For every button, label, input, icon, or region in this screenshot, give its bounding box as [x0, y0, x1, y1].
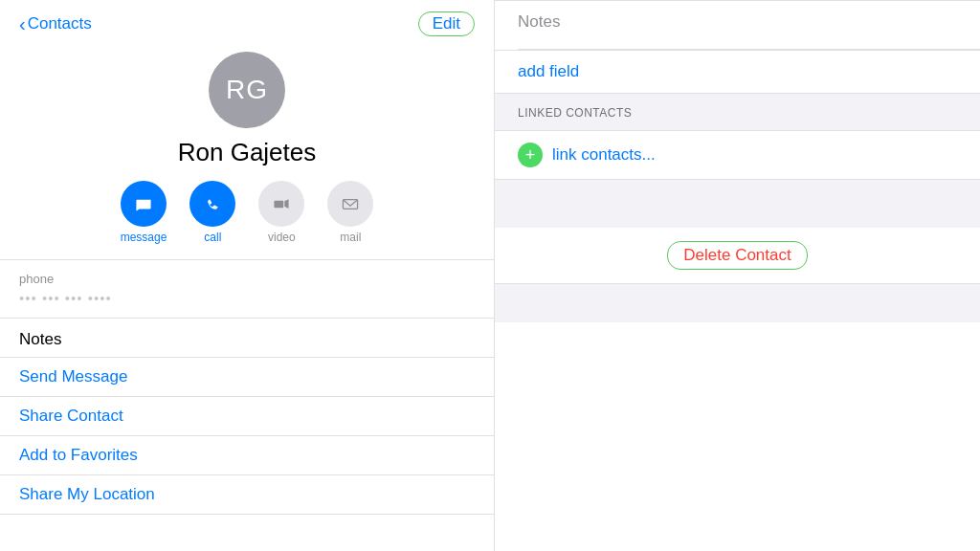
notes-right-label: Notes — [518, 12, 957, 32]
svg-point-5 — [338, 191, 363, 216]
share-contact-section: Share Contact — [0, 397, 494, 435]
add-field-section: add field — [495, 50, 980, 94]
send-message-button[interactable]: Send Message — [19, 367, 127, 386]
back-label: Contacts — [28, 14, 92, 33]
svg-rect-3 — [275, 201, 284, 209]
video-icon — [269, 191, 294, 216]
add-favorites-section: Add to Favorites — [0, 436, 494, 474]
linked-contacts-header: LINKED CONTACTS — [495, 94, 980, 131]
right-panel: Notes add field LINKED CONTACTS + link c… — [495, 0, 980, 551]
mail-circle — [327, 181, 373, 227]
action-buttons: message call — [121, 181, 374, 244]
avatar-section: RG Ron Gajetes message — [0, 44, 494, 259]
video-circle — [258, 181, 304, 227]
share-location-button[interactable]: Share My Location — [19, 485, 155, 504]
share-contact-button[interactable]: Share Contact — [19, 407, 123, 426]
mail-icon — [338, 191, 363, 216]
message-icon — [131, 191, 156, 216]
call-icon — [200, 191, 225, 216]
delete-contact-row: Delete Contact — [495, 228, 980, 284]
edit-button[interactable]: Edit — [418, 11, 475, 36]
phone-value: ••• ••• ••• •••• — [19, 290, 475, 306]
divider-4 — [0, 514, 494, 515]
notes-right-section: Notes — [495, 1, 980, 49]
back-chevron-icon: ‹ — [19, 13, 26, 35]
call-circle — [189, 181, 235, 227]
contact-name: Ron Gajetes — [178, 138, 317, 167]
phone-label: phone — [19, 272, 475, 286]
notes-label: Notes — [0, 319, 494, 357]
phone-section: phone ••• ••• ••• •••• — [0, 260, 494, 318]
delete-contact-button[interactable]: Delete Contact — [667, 241, 807, 270]
message-label: message — [121, 231, 167, 244]
call-label: call — [204, 231, 221, 244]
video-action[interactable]: video — [258, 181, 304, 244]
gray-bottom — [495, 284, 980, 322]
avatar-initials: RG — [226, 75, 268, 105]
add-favorites-button[interactable]: Add to Favorites — [19, 446, 138, 465]
send-message-section: Send Message — [0, 358, 494, 396]
mail-label: mail — [340, 231, 361, 244]
avatar: RG — [209, 52, 285, 128]
share-location-section: Share My Location — [0, 475, 494, 514]
link-contacts-row[interactable]: + link contacts... — [495, 131, 980, 180]
video-label: video — [268, 231, 296, 244]
mail-action[interactable]: mail — [327, 181, 373, 244]
svg-point-1 — [200, 191, 225, 216]
plus-circle-icon: + — [518, 143, 543, 167]
header-bar: ‹ Contacts Edit — [0, 0, 494, 44]
left-panel: ‹ Contacts Edit RG Ron Gajetes message — [0, 0, 495, 551]
linked-contacts-title: LINKED CONTACTS — [518, 106, 632, 120]
message-action[interactable]: message — [121, 181, 167, 244]
message-circle — [121, 181, 167, 227]
call-action[interactable]: call — [189, 181, 235, 244]
add-field-button[interactable]: add field — [518, 62, 579, 81]
gray-spacer — [495, 180, 980, 228]
back-button[interactable]: ‹ Contacts — [19, 13, 92, 35]
link-contacts-text: link contacts... — [552, 145, 656, 165]
